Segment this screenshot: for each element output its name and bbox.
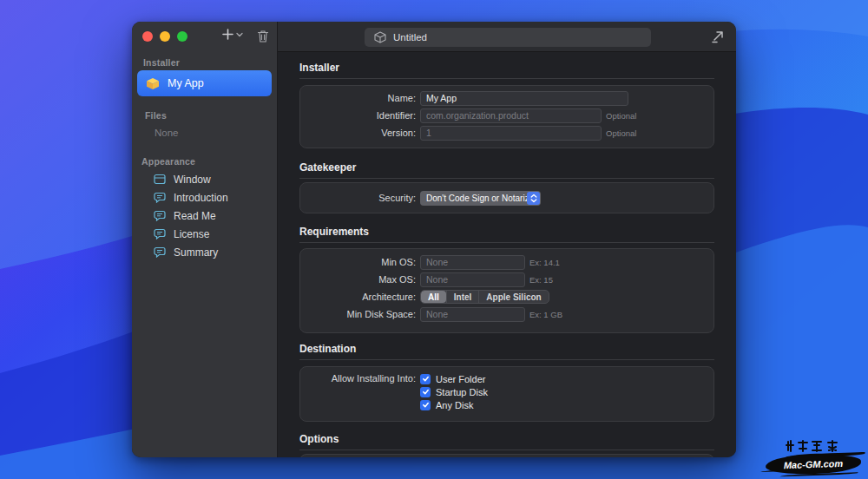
architecture-segmented-control: All Intel Apple Silicon <box>420 290 549 304</box>
delete-item-button[interactable] <box>257 30 269 43</box>
sidebar-item-read-me[interactable]: Read Me <box>137 207 273 225</box>
min-disk-label: Min Disk Space: <box>300 309 416 319</box>
export-button[interactable] <box>710 29 726 44</box>
checkbox-startup-disk[interactable]: Startup Disk <box>420 385 488 398</box>
segment-all[interactable]: All <box>421 291 446 303</box>
checkbox-any-disk[interactable]: Any Disk <box>420 398 488 411</box>
divider <box>299 449 714 450</box>
sidebar-item-label: Read Me <box>174 210 216 222</box>
sidebar-item-summary[interactable]: Summary <box>137 243 273 261</box>
version-label: Version: <box>300 128 416 138</box>
package-icon <box>146 77 160 90</box>
segment-intel[interactable]: Intel <box>446 291 479 303</box>
sidebar-item-label: My App <box>168 77 204 89</box>
document-title-field[interactable]: Untitled <box>365 28 651 47</box>
plus-icon <box>221 28 234 41</box>
settings-content: Installer Name: Identifier: Optional Ver… <box>278 52 736 457</box>
watermark-splat: Mac-GM.com <box>766 453 862 476</box>
package-outline-icon <box>374 31 386 43</box>
main-area: Untitled Installer Name: Identifier: Opt… <box>278 22 736 457</box>
toolbar: Untitled <box>278 22 736 52</box>
divider <box>299 359 714 360</box>
sidebar-item-label: License <box>174 228 209 240</box>
appearance-list: Window Introduction Read Me License Summ… <box>137 170 273 261</box>
add-item-button[interactable] <box>221 28 243 41</box>
allow-installing-label: Allow Installing Into: <box>300 372 416 385</box>
speech-bubble-icon <box>154 210 166 221</box>
name-label: Name: <box>300 93 416 103</box>
sidebar-item-window[interactable]: Window <box>137 170 273 188</box>
divider <box>299 78 714 79</box>
watermark-text: Mac-GM.com <box>784 458 844 470</box>
section-title-requirements: Requirements <box>299 226 714 238</box>
gatekeeper-panel: Security: Don't Code Sign or Notarize <box>299 182 714 213</box>
checkbox-checked-icon <box>420 387 431 397</box>
chevron-down-icon <box>236 32 243 37</box>
document-title: Untitled <box>393 32 427 43</box>
sidebar-item-label: Window <box>174 174 211 186</box>
sidebar-section-installer: Installer <box>143 57 180 68</box>
speech-bubble-icon <box>154 228 166 240</box>
identifier-label: Identifier: <box>300 110 416 121</box>
divider <box>299 242 714 243</box>
sidebar-section-appearance: Appearance <box>141 156 195 167</box>
identifier-input[interactable] <box>420 108 602 123</box>
security-dropdown[interactable]: Don't Code Sign or Notarize <box>420 191 541 206</box>
close-window-button[interactable] <box>142 31 153 42</box>
divider <box>299 178 714 179</box>
zoom-window-button[interactable] <box>177 31 187 42</box>
checkbox-label: Startup Disk <box>436 387 488 397</box>
min-os-note: Ex: 14.1 <box>529 258 560 267</box>
checkbox-checked-icon <box>420 374 431 384</box>
section-title-options: Options <box>299 434 714 445</box>
installer-panel: Name: Identifier: Optional Version: Opti… <box>299 85 714 148</box>
architecture-label: Architecture: <box>300 292 416 302</box>
sidebar-item-label: Introduction <box>174 192 228 204</box>
speech-bubble-icon <box>154 246 166 258</box>
security-dropdown-value: Don't Code Sign or Notarize <box>426 194 534 203</box>
checkbox-label: Any Disk <box>436 400 473 410</box>
checkbox-label: User Folder <box>436 374 485 384</box>
min-os-input[interactable] <box>420 255 525 270</box>
name-input[interactable] <box>420 91 628 106</box>
trash-icon <box>257 30 269 43</box>
watermark: Mac-GM.com <box>766 438 861 474</box>
dropdown-stepper-icon <box>527 192 540 205</box>
version-input[interactable] <box>420 126 602 141</box>
requirements-panel: Min OS: Ex: 14.1 Max OS: Ex: 15 Architec… <box>299 248 714 333</box>
destination-panel: Allow Installing Into: User Folder Start… <box>299 366 714 422</box>
section-title-installer: Installer <box>299 62 714 74</box>
max-os-note: Ex: 15 <box>529 275 553 285</box>
window-controls <box>142 31 187 42</box>
version-note: Optional <box>606 128 636 138</box>
options-panel <box>299 454 714 457</box>
identifier-note: Optional <box>606 111 636 121</box>
speech-bubble-icon <box>154 192 166 203</box>
minimize-window-button[interactable] <box>160 31 170 42</box>
window-icon <box>154 174 166 185</box>
min-disk-input[interactable] <box>420 307 525 322</box>
min-disk-note: Ex: 1 GB <box>529 310 562 319</box>
checkbox-user-folder[interactable]: User Folder <box>420 372 488 385</box>
sidebar-section-files: Files <box>145 110 167 121</box>
max-os-label: Max OS: <box>300 274 416 285</box>
sidebar-item-label: Summary <box>174 246 218 259</box>
max-os-input[interactable] <box>420 272 525 287</box>
sidebar: Installer My App Files None Appearance W… <box>132 22 278 457</box>
section-title-destination: Destination <box>299 344 714 355</box>
sidebar-files-none: None <box>155 128 179 138</box>
sidebar-item-introduction[interactable]: Introduction <box>137 188 273 207</box>
section-title-gatekeeper: Gatekeeper <box>299 162 714 174</box>
export-arrow-icon <box>710 29 726 44</box>
checkbox-checked-icon <box>420 400 431 410</box>
sidebar-item-my-app[interactable]: My App <box>137 70 272 96</box>
sidebar-item-license[interactable]: License <box>137 225 273 243</box>
app-window: Installer My App Files None Appearance W… <box>132 22 736 457</box>
stamp-characters <box>786 438 841 454</box>
segment-apple-silicon[interactable]: Apple Silicon <box>478 291 548 303</box>
min-os-label: Min OS: <box>300 257 416 267</box>
security-label: Security: <box>300 193 416 203</box>
